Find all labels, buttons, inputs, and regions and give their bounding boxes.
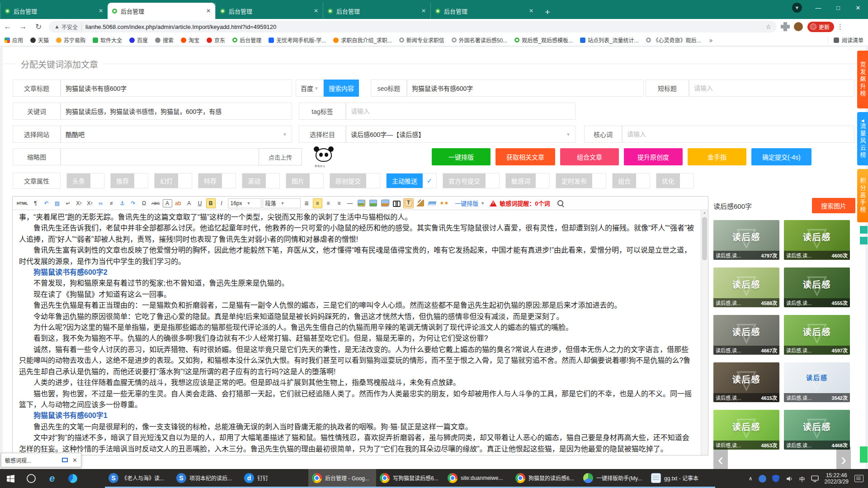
upload-button[interactable]: 点击上传 — [259, 148, 302, 165]
edge-widget[interactable] — [860, 446, 868, 463]
font-color-icon[interactable]: A — [184, 198, 194, 208]
edge-widget[interactable] — [860, 226, 868, 234]
clean-format-icon[interactable] — [415, 198, 425, 208]
align-justify-icon[interactable]: ≣ — [302, 198, 311, 208]
short-title-input[interactable] — [689, 80, 854, 97]
side-ribbon[interactable]: 竞发飙升榜 — [857, 51, 868, 108]
align-right-icon[interactable]: ≡ — [335, 198, 344, 208]
side-ribbon[interactable]: 积分高手榜 — [857, 169, 868, 222]
bookmark-item[interactable]: 后台管理 — [232, 36, 261, 44]
keywords-input[interactable] — [61, 103, 292, 120]
album-icon[interactable] — [380, 198, 390, 208]
image-card[interactable]: ▽ 读后感 读后感,读... 4597次 — [784, 315, 850, 355]
tab-close-icon[interactable]: ✕ — [206, 8, 211, 14]
tab-search-button[interactable]: ▼ — [792, 3, 802, 13]
html-source-icon[interactable]: HTML — [15, 198, 29, 208]
taskbar-app-button[interactable]: 后台管理 - Goog... — [308, 469, 376, 488]
start-button[interactable] — [0, 469, 21, 488]
superscript-icon[interactable]: X2 — [85, 198, 94, 208]
bookmark-item[interactable]: 天猫 — [30, 36, 49, 44]
volume-icon[interactable] — [786, 475, 793, 483]
image-card[interactable]: ▽ 读后感 读后感,读... 4555次 — [784, 267, 850, 307]
taskbar-app-button[interactable]: 狗猫鼠的读后感6... — [512, 469, 580, 488]
zoom-search-icon[interactable] — [556, 198, 566, 208]
highlight-color-icon[interactable]: ab — [174, 198, 183, 208]
tag-input[interactable] — [346, 103, 576, 120]
redo-icon[interactable]: ↷ — [128, 198, 138, 208]
attribute-toggle[interactable]: 组合 ✓ — [612, 173, 650, 188]
bookmark-item[interactable]: 求职自我介绍_求职... — [333, 36, 392, 44]
attribute-toggle[interactable]: 滚动 ✓ — [242, 173, 280, 188]
maximize-button[interactable]: □ — [828, 0, 848, 15]
column-select[interactable]: 读后感600字—【读后感】 ▼ — [346, 126, 576, 143]
taskbar-app-button[interactable]: 项羽本纪的读后... — [173, 469, 241, 488]
bookmark-star-icon[interactable]: ☆ — [765, 23, 771, 30]
browser-tab[interactable]: 后台管理 ✕ — [108, 3, 215, 19]
taskbar-app-button[interactable]: 《老人与海》读... — [105, 469, 173, 488]
action-button[interactable]: 一键排版 — [432, 148, 491, 165]
anchor-icon[interactable]: ⚓ — [118, 198, 127, 208]
image-card[interactable]: ▽ 读后感 读后感,读... 4600次 — [784, 220, 850, 260]
browser-tab[interactable]: 后台管理 ✕ — [430, 3, 538, 19]
align-center-icon[interactable]: ≡ — [324, 198, 333, 208]
seo-title-input[interactable] — [407, 80, 644, 97]
subscript-icon[interactable]: X2 — [74, 198, 84, 208]
bookmark-item[interactable]: 京东 — [207, 36, 225, 44]
align-left-ic[interactable]: ≡ — [313, 198, 322, 208]
paragraph-mark-icon[interactable]: ¶ — [31, 198, 40, 208]
attribute-toggle[interactable]: 推荐 ✓ — [110, 173, 148, 188]
attribute-toggle[interactable]: 幻灯 ✓ — [154, 173, 192, 188]
security-shield-icon[interactable] — [772, 475, 780, 483]
minimize-button[interactable]: — — [808, 0, 828, 15]
search-engine-select[interactable]: 百度 ▼ — [296, 80, 324, 97]
attribute-toggle[interactable]: 优化 ✓ — [656, 173, 694, 188]
url-field[interactable]: ▲ 不安全 lianhe.5068.com/index.php/admin/ar… — [49, 21, 777, 33]
browser-tab[interactable]: 后台管理 ✕ — [215, 3, 323, 19]
attribute-toggle[interactable]: 头条 ✓ — [66, 173, 104, 188]
forward-icon[interactable]: → — [15, 22, 31, 31]
auto-typeset-icon[interactable]: A — [163, 199, 172, 207]
tray-expand-icon[interactable]: ∧ — [749, 475, 753, 482]
bookmark-item[interactable]: 无忧考网手机版-学... — [269, 36, 326, 44]
italic-icon[interactable]: I — [217, 198, 226, 208]
insert-image-icon[interactable] — [368, 198, 378, 208]
cortana-button[interactable] — [21, 469, 42, 488]
one-key-format-link[interactable]: 一键排版 — [455, 199, 478, 207]
special-char-icon[interactable]: Ω — [139, 198, 149, 208]
image-card[interactable]: ▽ 读后感 读后感,读... 3542次 — [784, 362, 850, 402]
bookmark-item[interactable]: 《心灵奇旅》观后... — [646, 36, 701, 44]
attribute-toggle[interactable]: 主动推送 ✓ — [386, 173, 437, 188]
find-replace-icon[interactable] — [392, 198, 402, 208]
tab-close-icon[interactable]: ✕ — [421, 8, 426, 14]
clock[interactable]: 15:22:46 2022/3/29 — [825, 472, 849, 485]
article-title-input[interactable] — [61, 80, 292, 97]
bookmark-item[interactable]: 搜索 — [155, 36, 174, 44]
reading-list-button[interactable]: 阅读清单 — [828, 36, 863, 44]
browser-tab[interactable]: 后台管理 ✕ — [323, 3, 430, 19]
paragraph-format-select[interactable]: 段落 ▼ — [263, 198, 301, 208]
ime-indicator[interactable]: 中 — [799, 474, 805, 483]
unlink-icon[interactable]: ≠ — [107, 198, 116, 208]
bookmark-item[interactable]: 观后感_观后感模板... — [514, 36, 573, 44]
profile-update-button[interactable]: 更新 — [807, 22, 834, 32]
image-card[interactable]: ▽ 读后感 读后感,读... 4468次 — [784, 410, 850, 450]
attribute-toggle[interactable]: 定时发布 ✓ — [556, 173, 606, 188]
tab-close-icon[interactable]: ✕ — [314, 8, 318, 14]
tray-app-icon[interactable] — [759, 475, 766, 483]
bold-icon[interactable]: B — [206, 198, 216, 208]
bookmark-item[interactable]: 淘宝 — [181, 36, 199, 44]
image-card[interactable]: ▽ 读后感 读后感,读... 4588次 — [713, 267, 779, 307]
attribute-toggle[interactable]: 敏感词 ✓ — [505, 173, 550, 188]
extensions-puzzle-icon[interactable] — [781, 22, 790, 31]
notification-center-icon[interactable] — [854, 475, 863, 482]
underline-icon[interactable]: U — [195, 198, 205, 208]
browser-menu-icon[interactable]: ⋮ — [837, 23, 844, 31]
side-ribbon[interactable]: ◀ 流量风云榜 — [857, 112, 868, 165]
bookmark-item[interactable]: 软件大全 — [93, 36, 122, 44]
image-key-icon[interactable] — [356, 198, 367, 208]
network-icon[interactable] — [811, 475, 819, 482]
search-images-button[interactable]: 搜索图片 — [812, 198, 855, 213]
bookmark-item[interactable]: 苏宁易购 — [56, 36, 85, 44]
reload-icon[interactable]: ↻ — [31, 22, 46, 32]
link-icon[interactable]: ∞ — [96, 198, 105, 208]
